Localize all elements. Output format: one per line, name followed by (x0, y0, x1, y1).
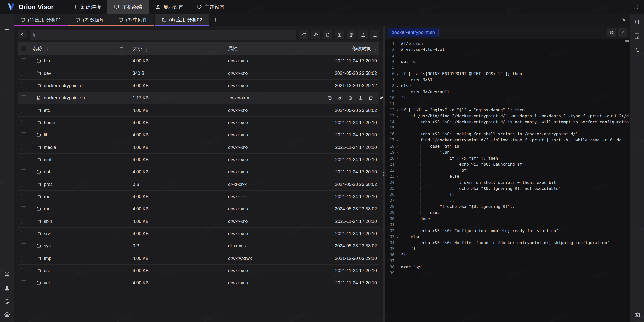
transfer-list-button[interactable] (634, 47, 640, 53)
download-button[interactable] (370, 30, 379, 39)
row-checkbox[interactable] (21, 182, 26, 187)
table-row[interactable]: opt4.00 KBdrwxr-xr-x2021-11-24 17:20:10 (18, 166, 379, 178)
row-checkbox[interactable] (21, 145, 26, 150)
nav-host-terminal[interactable]: 主机终端 (107, 0, 149, 14)
tab-1[interactable]: (1) 应用-分析01 (14, 14, 68, 26)
fold-chevron-icon[interactable]: ∨ (394, 155, 401, 161)
table-row[interactable]: bin4.00 KBdrwxr-xr-x2021-11-24 17:20:10 (18, 55, 379, 67)
row-checkbox[interactable] (21, 58, 26, 63)
nav-label: 主题设置 (205, 4, 225, 10)
row-checkbox[interactable] (21, 169, 26, 174)
settings-button[interactable] (4, 312, 10, 318)
column-time[interactable]: 修改时间 (327, 45, 379, 52)
new-terminal-button[interactable] (4, 26, 10, 33)
row-checkbox[interactable] (21, 108, 26, 113)
row-checkbox[interactable] (21, 268, 26, 273)
snippets-button[interactable] (634, 33, 640, 39)
refresh-button[interactable] (299, 30, 308, 39)
editor-scrollbar[interactable] (625, 40, 629, 42)
table-row[interactable]: docker-entrypoint.sh1.17 KB-rwxrwxr-x (18, 92, 379, 104)
display-quick-button[interactable] (4, 285, 10, 291)
file-size: 340 B (127, 71, 223, 76)
table-row[interactable]: proc0 Bdr-xr-xr-x2024-05-28 23:58:02 (18, 178, 379, 191)
row-action-copy-button[interactable] (327, 95, 332, 101)
table-row[interactable]: usr4.00 KBdrwxr-xr-x2021-11-24 17:20:10 (18, 265, 379, 277)
row-action-edit-button[interactable] (337, 95, 343, 101)
code-editor[interactable]: 1#!/bin/sh2# vim:sw=4:ts=4:et34set -e56∨… (385, 39, 630, 322)
row-checkbox[interactable] (21, 256, 26, 261)
fold-chevron-icon[interactable]: ∨ (394, 173, 401, 180)
row-checkbox[interactable] (21, 206, 26, 211)
tab-4[interactable]: (4) 应用-分析02 (155, 14, 209, 26)
nav-theme-settings[interactable]: 主题设置 (190, 0, 231, 14)
nav-display-settings[interactable]: 显示设置 (149, 0, 190, 14)
path-input[interactable] (37, 30, 296, 40)
filter-icon[interactable] (119, 47, 124, 51)
fold-chevron-icon[interactable]: ∨ (394, 71, 401, 77)
row-checkbox[interactable] (21, 95, 26, 100)
table-row[interactable]: mnt4.00 KBdrwxr-xr-x2021-11-24 17:20:10 (18, 154, 379, 166)
fullscreen-button[interactable] (633, 4, 639, 10)
row-checkbox[interactable] (21, 194, 26, 199)
row-action-delete-button[interactable] (348, 95, 353, 101)
column-size[interactable]: 大小 (127, 45, 223, 52)
screenshot-button[interactable] (634, 312, 640, 318)
nav-new-connection[interactable]: 新建连接 (66, 0, 107, 14)
row-action-move-button[interactable] (368, 95, 374, 101)
table-row[interactable]: lib4.00 KBdrwxr-xr-x2021-11-24 17:20:10 (18, 129, 379, 141)
fold-chevron-icon[interactable]: ∨ (394, 83, 401, 89)
table-row[interactable]: var4.00 KBdrwxr-xr-x2021-11-24 17:20:10 (18, 277, 379, 289)
row-action-permissions-button[interactable] (379, 95, 384, 101)
table-row[interactable]: tmp4.00 KBdrwxrwxrwx2021-12-30 03:29:10 (18, 252, 379, 265)
close-tab-button[interactable] (621, 17, 626, 22)
editor-close-button[interactable] (618, 28, 627, 37)
tab-label: (3) 中间件 (126, 17, 147, 23)
table-row[interactable]: sys0 Bdr-xr-xr-x2024-05-28 23:58:02 (18, 240, 379, 252)
table-row[interactable]: srv4.00 KBdrwxr-xr-x2021-11-24 17:20:10 (18, 228, 379, 240)
sort-size-icon[interactable] (145, 49, 147, 52)
fold-chevron-icon[interactable]: ∨ (394, 234, 401, 240)
fold-chevron-icon[interactable]: ∨ (394, 113, 401, 119)
row-checkbox[interactable] (21, 83, 26, 88)
row-checkbox[interactable] (21, 120, 26, 125)
shortcut-keys-button[interactable] (4, 272, 10, 278)
row-checkbox[interactable] (21, 219, 26, 224)
row-checkbox[interactable] (21, 243, 26, 248)
column-name[interactable]: 名称 (30, 45, 127, 52)
row-checkbox[interactable] (21, 231, 26, 236)
delete-button[interactable] (347, 30, 356, 39)
panel-splitter[interactable] (383, 26, 385, 322)
sort-time-icon[interactable] (375, 49, 377, 52)
fold-chevron-icon[interactable]: ∨ (394, 143, 401, 149)
fold-chevron-icon[interactable]: ∨ (394, 149, 401, 155)
new-folder-button[interactable] (335, 30, 344, 39)
table-row[interactable]: etc4.00 KBdrwxr-xr-x2024-05-28 23:58:02 (18, 104, 379, 117)
tab-3[interactable]: (3) 中间件 (111, 14, 154, 26)
row-action-download-button[interactable] (358, 95, 363, 101)
back-button[interactable] (18, 30, 27, 39)
upload-button[interactable] (358, 30, 368, 39)
table-row[interactable]: home4.00 KBdrwxr-xr-x2021-11-24 17:20:10 (18, 117, 379, 129)
save-button[interactable] (607, 28, 616, 37)
row-checkbox[interactable] (21, 157, 26, 162)
variables-button[interactable] (634, 19, 640, 25)
row-checkbox[interactable] (21, 132, 26, 137)
table-row[interactable]: root4.00 KBdrwx------2021-11-24 17:20:10 (18, 191, 379, 203)
theme-quick-button[interactable] (4, 298, 10, 305)
select-all-checkbox[interactable] (21, 46, 26, 51)
new-tab-button[interactable] (210, 14, 222, 26)
new-file-button[interactable] (323, 30, 332, 39)
table-row[interactable]: sbin4.00 KBdrwxr-xr-x2021-11-24 17:20:10 (18, 215, 379, 228)
row-checkbox[interactable] (21, 71, 26, 76)
tab-2[interactable]: (2) 数据库 (68, 14, 111, 26)
fold-chevron-icon[interactable]: ∨ (394, 107, 401, 113)
table-row[interactable]: media4.00 KBdrwxr-xr-x2021-11-24 17:20:1… (18, 141, 379, 154)
row-checkbox[interactable] (21, 280, 26, 285)
table-row[interactable]: dev340 Bdrwxr-xr-x2024-05-28 23:58:02 (18, 67, 379, 80)
sort-name-icon[interactable] (47, 47, 49, 50)
table-row[interactable]: run4.00 KBdrwxr-xr-x2024-05-28 23:58:02 (18, 203, 379, 215)
fold-chevron-icon[interactable]: ∨ (394, 137, 401, 143)
toggle-hidden-button[interactable] (311, 30, 320, 39)
file-size: 0 B (127, 243, 223, 249)
table-row[interactable]: docker-entrypoint.d4.00 KBdrwxr-xr-x2021… (18, 80, 379, 92)
